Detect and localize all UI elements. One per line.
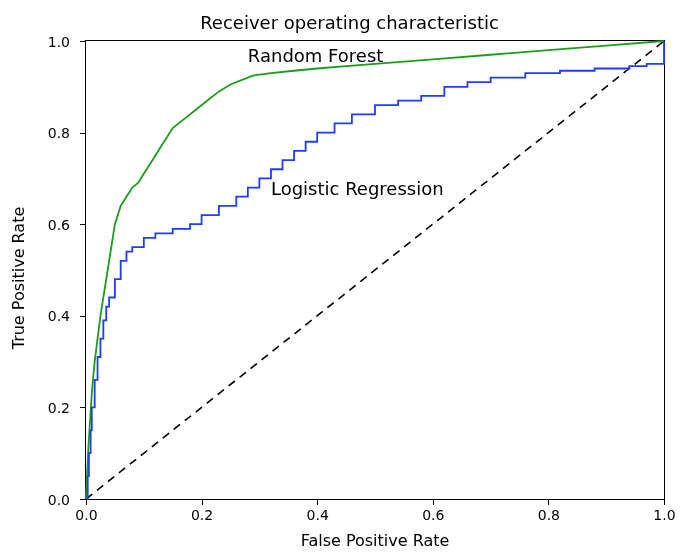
curve-layer — [86, 41, 664, 499]
chart-title: Receiver operating characteristic — [0, 12, 699, 33]
x-tick-label: 0.4 — [307, 507, 329, 523]
x-tick-label: 0.6 — [422, 507, 444, 523]
random-forest-annotation: Random Forest — [248, 45, 383, 66]
y-tick-label: 0.4 — [48, 308, 70, 324]
figure: Receiver operating characteristic True P… — [0, 0, 699, 556]
x-tick-label: 0.8 — [538, 507, 560, 523]
y-tick-label: 0.2 — [48, 400, 70, 416]
logistic-regression-annotation: Logistic Regression — [271, 178, 444, 199]
y-tick-label: 0.6 — [48, 217, 70, 233]
x-tick-label: 1.0 — [653, 507, 675, 523]
y-tick-label: 0.0 — [48, 492, 70, 508]
y-tick-label: 1.0 — [48, 34, 70, 50]
y-axis-label: True Positive Rate — [9, 207, 28, 350]
x-tick-label: 0.2 — [191, 507, 213, 523]
x-tick-label: 0.0 — [75, 507, 97, 523]
plot-area: Random Forest Logistic Regression 0.00.2… — [85, 40, 665, 500]
x-axis-label: False Positive Rate — [85, 531, 665, 550]
y-tick-label: 0.8 — [48, 125, 70, 141]
